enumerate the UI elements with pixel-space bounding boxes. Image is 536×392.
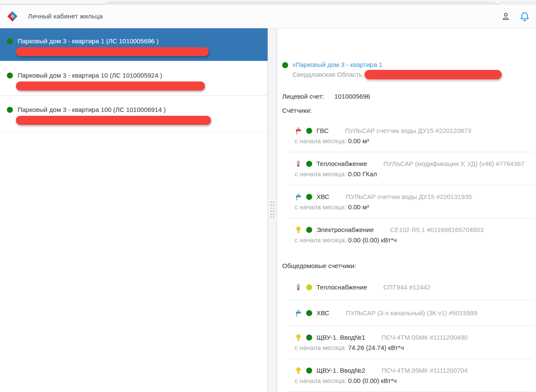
account-number-value: 1010005696 xyxy=(334,93,370,100)
account-item-label: Парковый дом 3 - квартира 100 (ЛС 101000… xyxy=(18,106,166,114)
thermometer-icon xyxy=(295,283,302,291)
meter-model: ПУЛЬСАР счетчик воды ДУ15 #220131935 xyxy=(346,193,472,201)
meter-type: ЩВУ-1. Ввод№1 xyxy=(316,333,365,341)
personal-account-row: Лицевой счет:1010005696 xyxy=(282,93,533,100)
light-bulb-icon xyxy=(295,367,302,374)
meter-type: ЩВУ-1. Ввод№2 xyxy=(316,366,365,374)
meter-type: Теплоснабжение xyxy=(316,283,367,291)
meter-value: 0.00 м³ xyxy=(348,137,369,145)
value-label: с начала месяца: xyxy=(295,377,346,384)
common-meter-row-input1: ЩВУ-1. Ввод№1 ПСЧ-4ТМ.05МК #1111200490 с… xyxy=(289,326,533,359)
sidebar-account-item-2[interactable]: Парковый дом 3 - квартира 10 (ЛС 1010005… xyxy=(0,61,268,96)
address-redaction-bar xyxy=(16,81,205,90)
status-dot-green xyxy=(306,194,312,200)
browser-chrome-remnant xyxy=(499,1,536,5)
meter-value: 0.00 ГКал xyxy=(348,170,377,178)
account-number-label: Лицевой счет: xyxy=(282,93,324,100)
meter-row-electricity: Электроснабжение СЕ102 R5.1 #01169616570… xyxy=(289,218,533,251)
value-label: с начала месяца: xyxy=(295,344,346,351)
status-dot-green xyxy=(7,107,13,113)
common-meters-heading: Общедомовые счетчики: xyxy=(282,262,533,269)
meter-model: ПУЛЬСАР (модификации У, УД) (v46) #77643… xyxy=(383,160,524,168)
app-header: Личный кабинет жильца xyxy=(0,5,536,28)
meter-row-gvs: ГВС ПУЛЬСАР счетчик воды ДУ15 #220120873… xyxy=(289,119,533,152)
cold-water-faucet-icon xyxy=(295,193,302,201)
panel-splitter[interactable] xyxy=(268,28,277,392)
status-dot-green xyxy=(306,368,312,374)
meter-model: ПСЧ-4ТМ.05МК #1111200490 xyxy=(382,333,468,341)
light-bulb-icon xyxy=(295,226,302,234)
meter-model: СПТ944 #12442 xyxy=(383,283,431,291)
address-redaction-bar xyxy=(16,116,211,125)
meter-model: ПУЛЬСАР (3-х канальный) (3К v1) #5015999 xyxy=(346,309,477,317)
page-title: Личный кабинет жильца xyxy=(28,12,103,20)
value-label: с начала месяца: xyxy=(295,236,346,244)
meter-type: Теплоснабжение xyxy=(316,160,367,168)
account-item-label: Парковый дом 3 - квартира 10 (ЛС 1010005… xyxy=(18,71,162,80)
meter-model: ПУЛЬСАР счетчик воды ДУ15 #220120873 xyxy=(345,127,471,135)
meter-type: ХВС xyxy=(316,309,329,317)
sidebar-account-item-1[interactable]: Парковый дом 3 - квартира 1 (ЛС 10100056… xyxy=(0,28,268,61)
status-dot-green xyxy=(7,72,13,78)
value-label: с начала месяца: xyxy=(295,203,346,211)
meter-value: 0.00 (0.00) кВт*ч xyxy=(348,377,397,384)
meter-row-hvs: ХВС ПУЛЬСАР счетчик воды ДУ15 #220131935… xyxy=(289,185,533,218)
value-label: с начала месяца: xyxy=(295,137,346,145)
thermometer-icon xyxy=(295,160,302,168)
app-logo-icon xyxy=(6,10,19,23)
account-address: Свердловская Область, xyxy=(292,70,502,79)
sidebar-account-item-3[interactable]: Парковый дом 3 - квартира 100 (ЛС 101000… xyxy=(0,96,268,132)
cold-water-faucet-icon xyxy=(295,309,302,317)
account-detail-panel: vПарковый дом 3 - квартира 1 Свердловска… xyxy=(277,28,536,392)
meter-value: 0.00 (0.00) кВт*ч xyxy=(348,236,397,244)
status-dot-green xyxy=(306,161,312,167)
user-profile-icon[interactable] xyxy=(501,12,511,21)
meter-model: СЕ102 R5.1 #011696165704803 xyxy=(390,226,484,234)
status-dot-green xyxy=(306,128,312,134)
collapse-caret-icon: v xyxy=(292,61,296,68)
account-item-label: Парковый дом 3 - квартира 1 (ЛС 10100056… xyxy=(18,37,159,45)
address-redaction-bar xyxy=(364,70,502,79)
browser-omnibox-remnant xyxy=(105,1,496,5)
value-label: с начала месяца: xyxy=(295,170,346,178)
status-dot-green xyxy=(306,335,312,341)
meter-row-heat: Теплоснабжение ПУЛЬСАР (модификации У, У… xyxy=(289,152,533,185)
notifications-bell-icon[interactable] xyxy=(519,11,530,22)
accounts-sidebar: Парковый дом 3 - квартира 1 (ЛС 10100056… xyxy=(0,28,268,392)
meter-type: Электроснабжение xyxy=(316,226,374,234)
account-link[interactable]: vПарковый дом 3 - квартира 1 xyxy=(292,61,502,69)
common-meter-row-heat: Теплоснабжение СПТ944 #12442 xyxy=(289,274,533,300)
meters-section-heading: Счётчики: xyxy=(282,107,533,114)
meter-model: ПСЧ-4ТМ.05МК #1111200704 xyxy=(382,366,468,374)
meter-value: 74.26 (24.74) кВт*ч xyxy=(348,344,404,351)
splitter-grip-handle[interactable] xyxy=(271,202,274,218)
status-dot-green xyxy=(306,310,312,316)
browser-chrome-strip xyxy=(0,0,536,5)
status-dot-yellow xyxy=(306,284,312,290)
meter-type: ХВС xyxy=(316,193,329,201)
meter-value: 0.00 м³ xyxy=(348,203,369,211)
status-dot-green xyxy=(306,227,312,233)
light-bulb-icon xyxy=(295,334,302,341)
status-dot-green xyxy=(7,38,13,44)
address-redaction-bar xyxy=(16,47,209,56)
meter-type: ГВС xyxy=(316,127,328,135)
common-meter-row-hvs: ХВС ПУЛЬСАР (3-х канальный) (3К v1) #501… xyxy=(289,300,533,326)
common-meter-row-input2: ЩВУ-1. Ввод№2 ПСЧ-4ТМ.05МК #1111200704 с… xyxy=(289,359,533,392)
status-dot-green xyxy=(282,62,288,68)
hot-water-faucet-icon xyxy=(295,127,302,135)
